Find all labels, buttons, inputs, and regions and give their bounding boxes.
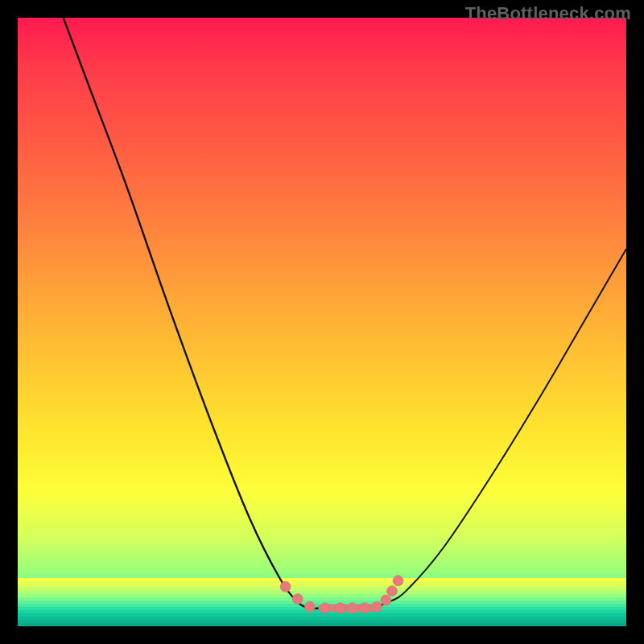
chart-svg-layer bbox=[18, 18, 626, 626]
curve-left-branch bbox=[64, 18, 322, 609]
curve-marker bbox=[359, 603, 369, 613]
curve-marker bbox=[280, 581, 291, 592]
curve-marker bbox=[386, 586, 397, 597]
curve-marker bbox=[393, 576, 403, 586]
curve-marker bbox=[372, 601, 382, 612]
curve-marker bbox=[381, 595, 391, 605]
curve-right-branch bbox=[370, 249, 626, 608]
curve-marker bbox=[335, 603, 345, 613]
attribution-watermark: TheBottleneck.com bbox=[465, 3, 631, 24]
curve-marker bbox=[347, 603, 357, 613]
curve-marker bbox=[320, 603, 330, 613]
curve-marker bbox=[292, 593, 303, 604]
marker-group bbox=[280, 576, 403, 613]
curve-marker bbox=[304, 601, 315, 612]
